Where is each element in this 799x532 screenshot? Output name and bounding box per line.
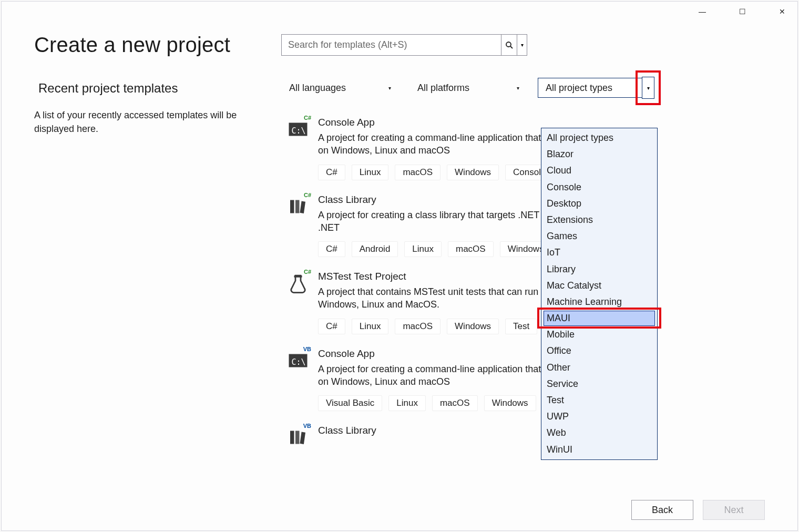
filter-project-type[interactable]: All project types <box>538 78 653 98</box>
template-tag: macOS <box>395 319 441 334</box>
svg-text:C:\: C:\ <box>292 357 306 366</box>
template-item[interactable]: C:\VBConsole AppA project for creating a… <box>288 348 765 412</box>
svg-rect-10 <box>290 431 294 444</box>
template-icon: C# <box>288 196 309 217</box>
template-tag: Test <box>505 319 537 334</box>
svg-text:C:\: C:\ <box>292 126 306 136</box>
project-type-option[interactable]: Web <box>541 425 657 441</box>
template-icon: C:\VB <box>288 350 309 371</box>
search-icon[interactable] <box>501 34 517 56</box>
recent-templates-heading: Recent project templates <box>38 81 260 96</box>
project-type-option[interactable]: Service <box>541 376 657 392</box>
template-icon: C:\C# <box>288 119 309 140</box>
filter-platform[interactable]: All platforms ▾ <box>409 78 525 98</box>
template-item[interactable]: VBClass Library <box>288 425 765 448</box>
filter-project-type-caret[interactable]: ▾ <box>642 77 654 99</box>
project-type-option[interactable]: Mobile <box>541 326 657 343</box>
template-tag: C# <box>318 319 345 334</box>
project-type-dropdown: All project typesBlazorCloudConsoleDeskt… <box>541 128 658 460</box>
template-tag: Windows <box>484 395 536 411</box>
filter-project-type-label: All project types <box>546 83 612 94</box>
recent-templates-description: A list of your recently accessed templat… <box>34 108 260 136</box>
project-type-option[interactable]: Mac Catalyst <box>541 278 657 294</box>
template-language-badge: VB <box>303 346 312 352</box>
template-item[interactable]: C#Class LibraryA project for creating a … <box>288 194 765 258</box>
template-tag: Android <box>352 241 398 257</box>
template-language-badge: VB <box>303 423 312 429</box>
project-type-option[interactable]: Office <box>541 343 657 359</box>
filter-row: All languages ▾ All platforms ▾ All proj… <box>281 78 765 98</box>
template-language-badge: C# <box>303 115 312 121</box>
template-tag: Linux <box>352 319 389 334</box>
next-button: Next <box>703 500 765 520</box>
project-type-option[interactable]: Test <box>541 392 657 408</box>
template-list: C:\C#Console AppA project for creating a… <box>281 117 765 448</box>
template-tag: Windows <box>447 165 499 180</box>
chevron-down-icon: ▾ <box>388 85 391 91</box>
svg-point-0 <box>506 42 511 47</box>
filter-project-type-wrap: All project types ▾ <box>538 78 653 98</box>
template-icon: VB <box>288 427 309 448</box>
template-tag: macOS <box>395 165 441 180</box>
left-column: Create a new project Recent project temp… <box>34 28 260 489</box>
svg-rect-11 <box>295 431 300 444</box>
project-type-option[interactable]: MAUI <box>544 311 655 326</box>
template-language-badge: C# <box>303 269 312 275</box>
template-tag: Linux <box>388 395 426 411</box>
filter-language-label: All languages <box>289 83 346 94</box>
template-item[interactable]: C:\C#Console AppA project for creating a… <box>288 117 765 180</box>
template-icon: C# <box>288 273 309 294</box>
chevron-down-icon: ▾ <box>517 85 519 91</box>
right-column: ▾ All languages ▾ All platforms ▾ All pr… <box>281 28 765 489</box>
template-tag: C# <box>318 241 345 257</box>
page-title: Create a new project <box>34 33 260 57</box>
search-dropdown-button[interactable]: ▾ <box>517 34 527 56</box>
filter-platform-label: All platforms <box>417 83 469 94</box>
project-type-option[interactable]: Extensions <box>541 212 657 228</box>
template-tag: Windows <box>447 319 499 334</box>
template-tag: macOS <box>432 395 478 411</box>
svg-line-1 <box>510 46 513 48</box>
template-tag: Visual Basic <box>318 395 382 411</box>
project-type-option[interactable]: Console <box>541 179 657 196</box>
project-type-option[interactable]: Library <box>541 261 657 278</box>
project-type-option[interactable]: IoT <box>541 244 657 261</box>
project-type-option[interactable]: Desktop <box>541 196 657 212</box>
dialog-footer: Back Next <box>2 489 797 530</box>
template-tag: macOS <box>448 241 494 257</box>
svg-rect-12 <box>300 432 305 444</box>
chevron-down-icon: ▾ <box>647 85 650 91</box>
template-tag: Linux <box>352 165 389 180</box>
template-tag: Linux <box>404 241 442 257</box>
project-type-option[interactable]: WinUI <box>541 442 657 458</box>
filter-language[interactable]: All languages ▾ <box>281 78 397 98</box>
back-button[interactable]: Back <box>631 500 693 520</box>
maximize-button[interactable]: ☐ <box>730 3 754 20</box>
project-type-option[interactable]: Machine Learning <box>541 294 657 310</box>
svg-rect-7 <box>294 275 302 278</box>
close-button[interactable]: ✕ <box>770 3 794 20</box>
svg-rect-5 <box>295 200 300 213</box>
search-input[interactable] <box>281 34 501 56</box>
template-name: Console App <box>318 117 765 128</box>
titlebar: — ☐ ✕ <box>2 2 797 22</box>
search-bar: ▾ <box>281 34 527 56</box>
project-type-option[interactable]: UWP <box>541 408 657 425</box>
svg-rect-6 <box>300 201 305 213</box>
project-type-option[interactable]: All project types <box>541 130 657 146</box>
template-language-badge: C# <box>303 192 312 198</box>
project-type-option[interactable]: Cloud <box>541 162 657 179</box>
project-type-option[interactable]: Blazor <box>541 146 657 162</box>
dialog-window: — ☐ ✕ Create a new project Recent projec… <box>1 1 798 531</box>
template-tag: C# <box>318 165 345 180</box>
project-type-option[interactable]: Other <box>541 360 657 376</box>
project-type-option[interactable]: Games <box>541 228 657 244</box>
minimize-button[interactable]: — <box>690 3 714 20</box>
template-item[interactable]: C#MSTest Test ProjectA project that cont… <box>288 271 765 334</box>
svg-rect-4 <box>290 200 294 213</box>
main-content: Create a new project Recent project temp… <box>2 22 797 489</box>
